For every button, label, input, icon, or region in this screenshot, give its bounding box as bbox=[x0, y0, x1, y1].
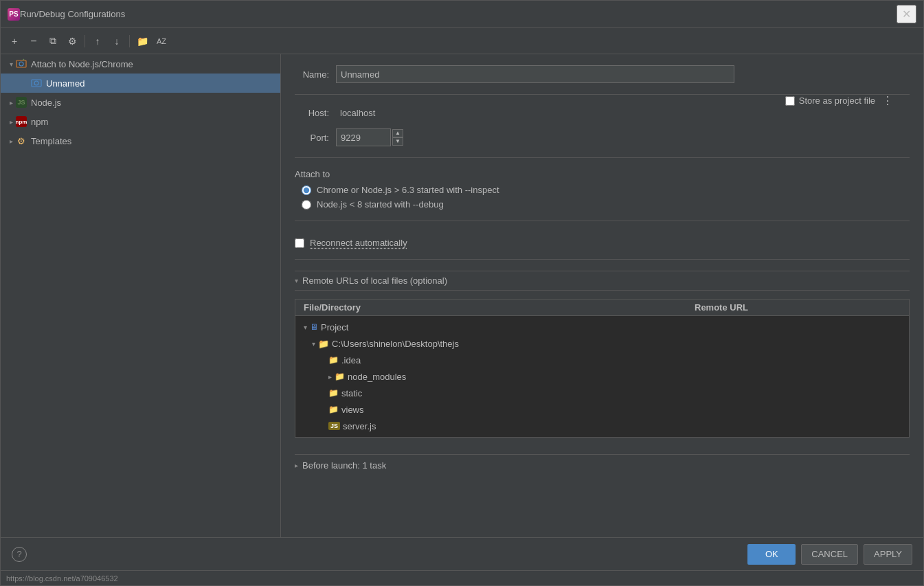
name-row: Name: bbox=[295, 65, 910, 83]
svg-point-1 bbox=[19, 62, 23, 66]
toolbar-separator-2 bbox=[129, 35, 130, 47]
divider-3 bbox=[295, 221, 910, 221]
radio-chrome-input[interactable] bbox=[302, 185, 311, 195]
radio-group: Chrome or Node.js > 6.3 started with --i… bbox=[295, 185, 910, 210]
remote-urls-title: Remote URLs of local files (optional) bbox=[302, 275, 447, 286]
path-chevron: ▾ bbox=[312, 340, 315, 348]
status-url: https://blog.csdn.net/a709046532 bbox=[6, 574, 118, 583]
config-panel: Store as project file ⋮ Name: Host: loca… bbox=[281, 54, 923, 537]
file-row-path[interactable]: ▾ 📁 C:\Users\shinelon\Desktop\thejs bbox=[295, 335, 909, 352]
js-file-icon: JS bbox=[328, 422, 340, 430]
port-row: Port: ▲ ▼ bbox=[295, 128, 910, 146]
port-up-button[interactable]: ▲ bbox=[392, 129, 403, 137]
port-spinner: ▲ ▼ bbox=[392, 129, 403, 146]
move-up-button[interactable]: ↑ bbox=[89, 33, 106, 49]
store-checkbox[interactable] bbox=[785, 96, 795, 106]
file-row-static[interactable]: 📁 static bbox=[295, 385, 909, 401]
ok-button[interactable]: OK bbox=[747, 544, 796, 565]
sidebar-item-nodejs[interactable]: ▸ JS Node.js bbox=[1, 93, 280, 112]
reconnect-row: Reconnect automatically bbox=[295, 238, 910, 248]
port-down-button[interactable]: ▼ bbox=[392, 137, 403, 146]
cancel-button[interactable]: CANCEL bbox=[801, 544, 858, 565]
idea-label: .idea bbox=[341, 355, 361, 365]
idea-folder-icon: 📁 bbox=[328, 355, 339, 365]
copy-config-button[interactable]: ⧉ bbox=[45, 33, 61, 49]
before-launch-title: Before launch: 1 task bbox=[302, 460, 386, 471]
toolbar-separator bbox=[84, 35, 85, 47]
port-label: Port: bbox=[295, 133, 329, 143]
remote-urls-header[interactable]: ▾ Remote URLs of local files (optional) bbox=[295, 271, 910, 291]
unnamed-label: Unnamed bbox=[46, 78, 84, 89]
views-folder-icon: 📁 bbox=[328, 405, 339, 414]
more-options-button[interactable]: ⋮ bbox=[879, 93, 896, 109]
templates-icon: ⚙ bbox=[16, 135, 27, 146]
main-content: ▾ Attach to Node.js/Chrome ▸ bbox=[1, 54, 923, 537]
bottom-bar: ? OK CANCEL APPLY bbox=[1, 537, 923, 570]
port-input-wrapper: ▲ ▼ bbox=[336, 128, 403, 146]
views-label: views bbox=[341, 405, 364, 415]
templates-chevron: ▸ bbox=[6, 136, 16, 146]
file-row-node-modules[interactable]: ▸ 📁 node_modules bbox=[295, 368, 909, 385]
before-launch-header[interactable]: ▸ Before launch: 1 task bbox=[295, 454, 910, 471]
nodejs-chevron: ▸ bbox=[6, 98, 16, 107]
config-tree: ▾ Attach to Node.js/Chrome ▸ bbox=[1, 54, 281, 537]
before-launch-chevron: ▸ bbox=[295, 462, 298, 469]
npm-chevron: ▸ bbox=[6, 117, 16, 126]
radio-chrome-label: Chrome or Node.js > 6.3 started with --i… bbox=[317, 185, 499, 195]
reconnect-checkbox[interactable] bbox=[295, 238, 304, 248]
status-bar: https://blog.csdn.net/a709046532 bbox=[1, 570, 923, 585]
monitor-icon: 🖥 bbox=[310, 322, 318, 332]
move-down-button[interactable]: ↓ bbox=[109, 33, 125, 49]
server-js-label: server.js bbox=[343, 421, 376, 431]
action-buttons: OK CANCEL APPLY bbox=[747, 544, 912, 565]
store-row: Store as project file ⋮ bbox=[785, 93, 896, 109]
port-input[interactable] bbox=[336, 128, 391, 146]
file-row-idea-label: 📁 .idea bbox=[328, 355, 909, 365]
radio-nodejs-label: Node.js < 8 started with --debug bbox=[317, 199, 444, 210]
radio-nodejs-input[interactable] bbox=[302, 200, 311, 210]
host-label: Host: bbox=[295, 108, 329, 118]
npm-icon: npm bbox=[16, 116, 27, 127]
file-row-project-label: ▾ 🖥 Project bbox=[304, 322, 909, 333]
sidebar-item-npm[interactable]: ▸ npm npm bbox=[1, 112, 280, 131]
npm-label: npm bbox=[31, 117, 48, 127]
file-row-views-label: 📁 views bbox=[328, 405, 909, 415]
name-input[interactable] bbox=[336, 65, 734, 83]
host-value: localhost bbox=[336, 106, 379, 120]
sidebar-item-templates[interactable]: ▸ ⚙ Templates bbox=[1, 131, 280, 150]
expand-chevron: ▾ bbox=[6, 59, 16, 69]
file-row-path-label: ▾ 📁 C:\Users\shinelon\Desktop\thejs bbox=[312, 339, 909, 349]
node-modules-label: node_modules bbox=[348, 372, 406, 382]
remove-config-button[interactable]: − bbox=[25, 33, 42, 49]
attach-group-label: Attach to Node.js/Chrome bbox=[31, 59, 133, 69]
store-label: Store as project file bbox=[799, 95, 875, 106]
radio-item-chrome: Chrome or Node.js > 6.3 started with --i… bbox=[302, 185, 910, 195]
sidebar-item-unnamed[interactable]: ▸ Unnamed bbox=[1, 74, 280, 93]
file-row-project[interactable]: ▾ 🖥 Project bbox=[295, 319, 909, 335]
app-icon: PS bbox=[8, 8, 20, 21]
attach-group-icon bbox=[16, 58, 27, 69]
apply-button[interactable]: APPLY bbox=[864, 544, 912, 565]
file-row-idea[interactable]: 📁 .idea bbox=[295, 352, 909, 368]
file-row-views[interactable]: 📁 views bbox=[295, 401, 909, 418]
remote-urls-chevron: ▾ bbox=[295, 277, 298, 284]
nodejs-label: Node.js bbox=[31, 98, 61, 108]
folder-button[interactable]: 📁 bbox=[134, 33, 150, 49]
close-button[interactable]: ✕ bbox=[897, 5, 916, 23]
sidebar-item-attach-group[interactable]: ▾ Attach to Node.js/Chrome bbox=[1, 54, 280, 74]
add-config-button[interactable]: + bbox=[6, 33, 23, 49]
help-button[interactable]: ? bbox=[12, 547, 27, 562]
file-row-node-modules-label: ▸ 📁 node_modules bbox=[328, 372, 909, 382]
divider-2 bbox=[295, 157, 910, 158]
node-modules-chevron: ▸ bbox=[328, 373, 332, 381]
dark-folder-icon: 📁 bbox=[318, 339, 329, 349]
settings-button[interactable]: ⚙ bbox=[64, 33, 80, 49]
file-dir-column-header: File/Directory bbox=[304, 302, 695, 313]
svg-point-4 bbox=[34, 81, 38, 85]
sort-button[interactable]: AZ bbox=[153, 33, 170, 49]
remote-url-column-header: Remote URL bbox=[695, 302, 901, 313]
file-row-server-js[interactable]: JS server.js bbox=[295, 418, 909, 434]
project-chevron: ▾ bbox=[304, 324, 307, 331]
static-folder-icon: 📁 bbox=[328, 388, 339, 398]
templates-label: Templates bbox=[31, 136, 71, 146]
